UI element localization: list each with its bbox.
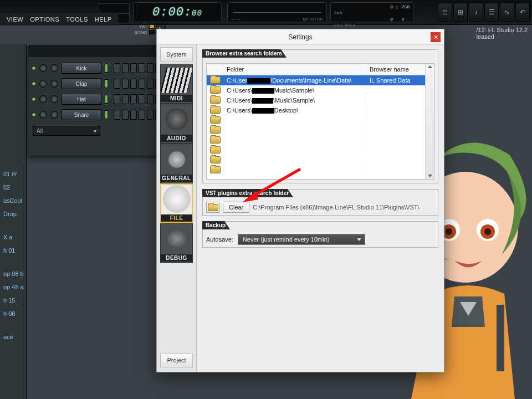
table-row[interactable] bbox=[207, 125, 425, 135]
step-cell[interactable] bbox=[122, 79, 129, 89]
folder-icon bbox=[210, 166, 221, 173]
pianoroll-icon[interactable]: ♪ bbox=[469, 3, 483, 22]
step-cell[interactable] bbox=[139, 79, 145, 89]
menu-help[interactable]: HELP bbox=[93, 15, 114, 24]
table-row[interactable]: C:\Users\Music\Sample\ bbox=[207, 85, 425, 95]
step-cell[interactable] bbox=[130, 94, 137, 104]
channel-select[interactable] bbox=[105, 110, 108, 119]
close-icon[interactable]: ✕ bbox=[431, 32, 441, 42]
sidebar-item[interactable]: op 08 b bbox=[0, 267, 26, 280]
channel-select[interactable] bbox=[105, 79, 108, 88]
toolbar-icons: ≣ ⊞ ♪ ☰ ∿ ↶ bbox=[438, 2, 530, 22]
browser-sidebar: 01 f#02asCoolDrop X ah 01 op 08 bop 48 a… bbox=[0, 44, 27, 399]
channel-filter[interactable]: All▾ bbox=[33, 126, 100, 136]
sidebar-item[interactable]: asCool bbox=[0, 194, 26, 207]
time-display[interactable]: 0:00:00 bbox=[133, 2, 222, 22]
channel-vol-knob[interactable] bbox=[50, 64, 58, 72]
stepseq-icon[interactable]: ⊞ bbox=[453, 3, 468, 22]
playlist-icon[interactable]: ≣ bbox=[438, 3, 452, 22]
step-cell[interactable] bbox=[122, 63, 129, 73]
settings-cat-file[interactable]: FILE bbox=[160, 183, 193, 223]
vst-browse-button[interactable] bbox=[206, 202, 219, 213]
table-scrollbar[interactable] bbox=[425, 64, 434, 179]
channel-vol-knob[interactable] bbox=[50, 95, 58, 103]
table-header: Folder Browser name bbox=[207, 64, 425, 75]
step-cell[interactable] bbox=[139, 94, 145, 104]
settings-system-button[interactable]: System bbox=[160, 47, 193, 62]
table-row[interactable]: C:\User\Documents\Image-Line\Data\ IL Sh… bbox=[207, 75, 425, 85]
channel-vol-knob[interactable] bbox=[50, 80, 58, 88]
sidebar-item[interactable]: h 08 bbox=[0, 307, 26, 320]
sidebar-item[interactable]: 02 bbox=[0, 181, 26, 194]
table-row[interactable] bbox=[207, 145, 425, 155]
channel-led[interactable] bbox=[32, 81, 36, 86]
channel-vol-knob[interactable] bbox=[50, 111, 58, 119]
step-cell[interactable] bbox=[122, 110, 129, 120]
menu-options[interactable]: OPTIONS bbox=[28, 15, 62, 24]
channel-button[interactable]: Hat bbox=[62, 94, 101, 105]
browser-icon[interactable]: ☰ bbox=[484, 3, 499, 22]
step-cell[interactable] bbox=[147, 79, 154, 89]
table-row[interactable]: C:\Users\Desktop\ bbox=[207, 105, 425, 115]
mixer-icon[interactable]: ∿ bbox=[500, 3, 514, 22]
table-row[interactable]: C:\Users\\Music\Sample\ bbox=[207, 95, 425, 105]
settings-cat-audio[interactable]: AUDIO bbox=[160, 104, 193, 144]
menu-tools[interactable]: TOOLS bbox=[64, 15, 90, 24]
step-cell[interactable] bbox=[114, 110, 120, 120]
table-row[interactable] bbox=[207, 165, 425, 175]
channel-pan-knob[interactable] bbox=[39, 80, 47, 88]
table-row[interactable] bbox=[207, 155, 425, 165]
sidebar-item[interactable]: h 01 bbox=[0, 244, 26, 257]
step-cell[interactable] bbox=[147, 63, 154, 73]
channel-led[interactable] bbox=[32, 66, 36, 70]
step-cell[interactable] bbox=[147, 110, 154, 120]
menu-view[interactable]: VIEW bbox=[4, 15, 25, 24]
step-cell[interactable] bbox=[114, 63, 120, 73]
settings-cat-midi[interactable]: MIDI bbox=[160, 64, 193, 104]
channel-led[interactable] bbox=[32, 97, 36, 101]
channel-led[interactable] bbox=[32, 112, 36, 117]
channel-select[interactable] bbox=[105, 95, 108, 104]
field-legend: VST plugins extra search folder bbox=[202, 189, 293, 197]
table-row[interactable] bbox=[207, 115, 425, 125]
step-cell[interactable] bbox=[147, 94, 154, 104]
sidebar-item[interactable]: op 48 a bbox=[0, 280, 26, 294]
folder-table[interactable]: Folder Browser name C:\User\Documents\Im… bbox=[206, 63, 434, 180]
settings-titlebar[interactable]: Settings ✕ bbox=[157, 29, 444, 45]
vst-clear-button[interactable]: Clear bbox=[223, 202, 249, 213]
channel-button[interactable]: Snare bbox=[62, 109, 101, 120]
menu-bar: VIEW OPTIONS TOOLS HELP bbox=[0, 13, 118, 25]
step-cell[interactable] bbox=[139, 110, 145, 120]
browser-folders-field: Browser extra search folders Folder Brow… bbox=[202, 49, 438, 183]
monitor-scope: — — MONITOR bbox=[227, 2, 327, 22]
sidebar-item[interactable]: 01 f# bbox=[0, 167, 26, 181]
step-cell[interactable] bbox=[139, 63, 145, 73]
step-cell[interactable] bbox=[122, 94, 129, 104]
step-cell[interactable] bbox=[130, 63, 137, 73]
step-cell[interactable] bbox=[130, 79, 137, 89]
table-row[interactable] bbox=[207, 135, 425, 145]
field-legend: Backup bbox=[202, 221, 230, 229]
folder-icon bbox=[210, 136, 221, 144]
settings-cat-debug[interactable]: DEBUG bbox=[160, 223, 193, 263]
settings-project-button[interactable]: Project bbox=[160, 353, 193, 367]
channel-pan-knob[interactable] bbox=[39, 64, 47, 72]
sidebar-item[interactable]: ace bbox=[0, 330, 26, 344]
sidebar-item[interactable]: X a bbox=[0, 231, 26, 244]
channel-pan-knob[interactable] bbox=[39, 111, 47, 119]
settings-categories: System MIDI AUDIO GENERAL FILE DEBUG Pro… bbox=[157, 45, 197, 372]
settings-cat-general[interactable]: GENERAL bbox=[160, 144, 193, 183]
step-cell[interactable] bbox=[130, 110, 137, 120]
channel-select[interactable] bbox=[105, 64, 108, 73]
channel-pan-knob[interactable] bbox=[39, 95, 47, 103]
sidebar-item[interactable]: h 15 bbox=[0, 294, 26, 307]
sidebar-item[interactable]: Drop bbox=[0, 207, 26, 221]
undo-icon[interactable]: ↶ bbox=[515, 3, 530, 22]
step-cell[interactable] bbox=[114, 94, 120, 104]
field-legend: Browser extra search folders bbox=[202, 49, 287, 58]
folder-icon bbox=[210, 76, 221, 84]
channel-button[interactable]: Clap bbox=[62, 78, 101, 89]
autosave-combo[interactable]: Never (just remind every 10min) bbox=[238, 234, 365, 245]
step-cell[interactable] bbox=[114, 79, 120, 89]
channel-button[interactable]: Kick bbox=[62, 63, 101, 74]
